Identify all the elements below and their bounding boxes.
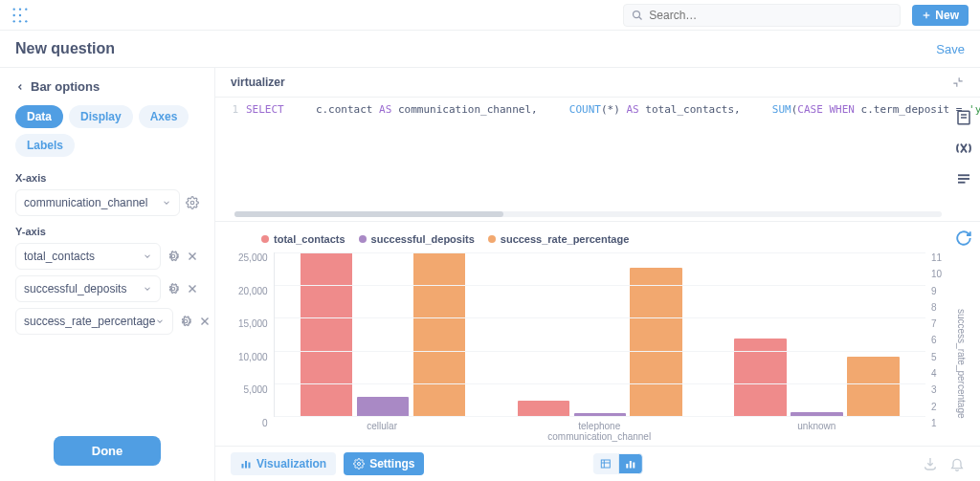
tab-data[interactable]: Data bbox=[15, 105, 63, 128]
x-axis-value: communication_channel bbox=[24, 196, 147, 209]
bar[interactable] bbox=[630, 268, 681, 416]
svg-rect-32 bbox=[601, 460, 610, 468]
bar[interactable] bbox=[413, 252, 465, 416]
gear-icon[interactable] bbox=[167, 282, 180, 295]
svg-rect-37 bbox=[633, 463, 635, 469]
svg-point-5 bbox=[19, 20, 21, 22]
back-bar-options[interactable]: Bar options bbox=[15, 79, 199, 94]
bell-icon[interactable] bbox=[949, 456, 965, 471]
visualization-button[interactable]: Visualization bbox=[231, 452, 336, 475]
editor-title: virtualizer bbox=[231, 76, 285, 89]
back-label: Bar options bbox=[31, 79, 100, 94]
svg-point-13 bbox=[171, 254, 175, 258]
done-button[interactable]: Done bbox=[54, 436, 162, 466]
visualization-label: Visualization bbox=[256, 457, 326, 470]
remove-icon[interactable] bbox=[186, 282, 199, 295]
bar[interactable] bbox=[518, 401, 569, 416]
legend-label: success_rate_percentage bbox=[501, 233, 630, 245]
svg-point-7 bbox=[25, 20, 27, 22]
svg-point-0 bbox=[13, 8, 15, 10]
svg-rect-30 bbox=[249, 463, 251, 469]
app-logo[interactable] bbox=[11, 7, 29, 24]
data-reference-icon[interactable] bbox=[955, 109, 972, 126]
new-button[interactable]: New bbox=[912, 5, 969, 26]
gear-icon[interactable] bbox=[179, 315, 192, 328]
chevron-down-icon bbox=[155, 317, 165, 326]
bar-chart bbox=[274, 252, 925, 417]
x-axis-select[interactable]: communication_channel bbox=[15, 189, 180, 216]
svg-point-19 bbox=[185, 319, 189, 323]
tab-labels[interactable]: Labels bbox=[15, 134, 75, 157]
download-icon[interactable] bbox=[923, 456, 938, 471]
y-axis-select[interactable]: total_contacts bbox=[15, 243, 161, 270]
remove-icon[interactable] bbox=[198, 315, 212, 328]
y-axis-select[interactable]: successful_deposits bbox=[15, 275, 161, 302]
sql-h-scrollbar[interactable] bbox=[234, 211, 942, 217]
svg-rect-28 bbox=[242, 464, 244, 469]
svg-point-16 bbox=[171, 287, 175, 291]
y-axis-value: total_contacts bbox=[24, 250, 95, 263]
chevron-left-icon bbox=[15, 82, 25, 92]
settings-label: Settings bbox=[369, 457, 414, 470]
legend-item[interactable]: successful_deposits bbox=[359, 233, 475, 245]
svg-point-1 bbox=[13, 13, 15, 15]
sql-editor[interactable]: 1 SELECT c.contact AS communication_chan… bbox=[215, 98, 980, 222]
x-axis-title: communication_channel bbox=[274, 431, 925, 442]
plus-icon bbox=[922, 11, 931, 20]
y-axis-value: successful_deposits bbox=[24, 282, 126, 295]
bar[interactable] bbox=[847, 357, 899, 416]
chevron-down-icon bbox=[143, 251, 152, 261]
gear-icon bbox=[353, 458, 365, 470]
svg-rect-36 bbox=[629, 461, 631, 469]
svg-rect-35 bbox=[626, 464, 628, 469]
variables-icon[interactable] bbox=[955, 140, 972, 157]
y-axis-value: success_rate_percentage bbox=[24, 315, 155, 328]
x-tick-label: telephone bbox=[491, 421, 708, 431]
x-axis-gear-icon[interactable] bbox=[186, 196, 199, 209]
y-axis-select[interactable]: success_rate_percentage bbox=[15, 308, 173, 335]
legend-label: successful_deposits bbox=[371, 233, 475, 245]
bar-chart-icon bbox=[240, 458, 252, 470]
svg-point-31 bbox=[358, 463, 361, 466]
legend-item[interactable]: success_rate_percentage bbox=[488, 233, 630, 245]
bar[interactable] bbox=[301, 252, 352, 416]
new-button-label: New bbox=[935, 9, 959, 22]
viz-settings-sidebar: Bar options DataDisplayAxesLabels X-axis… bbox=[0, 68, 215, 481]
sql-code[interactable]: SELECT c.contact AS communication_channe… bbox=[246, 98, 980, 221]
search-input-wrap[interactable] bbox=[623, 4, 901, 27]
x-tick-label: cellular bbox=[274, 421, 491, 431]
legend-item[interactable]: total_contacts bbox=[261, 233, 345, 245]
svg-point-6 bbox=[25, 8, 27, 10]
chart-view-toggle[interactable] bbox=[617, 453, 642, 474]
svg-point-2 bbox=[13, 20, 15, 22]
legend-label: total_contacts bbox=[274, 233, 345, 245]
line-number: 1 bbox=[232, 103, 238, 116]
gear-icon[interactable] bbox=[167, 250, 180, 263]
y-axis-label: Y-axis bbox=[15, 226, 199, 237]
save-button[interactable]: Save bbox=[936, 42, 965, 56]
chevron-down-icon bbox=[143, 284, 152, 294]
snippets-icon[interactable] bbox=[955, 170, 972, 187]
chevron-down-icon bbox=[162, 198, 171, 208]
svg-rect-29 bbox=[245, 461, 247, 469]
x-axis-label: X-axis bbox=[15, 172, 199, 184]
settings-button[interactable]: Settings bbox=[344, 452, 424, 475]
page-title: New question bbox=[15, 40, 115, 57]
svg-point-12 bbox=[190, 201, 194, 205]
collapse-editor-icon[interactable] bbox=[951, 76, 965, 89]
search-icon bbox=[632, 10, 643, 21]
run-query-icon[interactable] bbox=[955, 230, 972, 247]
svg-point-3 bbox=[19, 8, 21, 10]
svg-point-8 bbox=[634, 11, 640, 17]
remove-icon[interactable] bbox=[186, 250, 199, 263]
table-view-toggle[interactable] bbox=[592, 453, 617, 474]
svg-point-4 bbox=[19, 13, 21, 15]
tab-display[interactable]: Display bbox=[69, 105, 133, 128]
x-tick-label: unknown bbox=[708, 421, 925, 431]
bar[interactable] bbox=[357, 397, 409, 416]
tab-axes[interactable]: Axes bbox=[139, 105, 189, 128]
y2-axis-title: success_rate_percentage bbox=[956, 309, 967, 419]
search-input[interactable] bbox=[649, 9, 892, 22]
svg-line-9 bbox=[639, 16, 642, 19]
